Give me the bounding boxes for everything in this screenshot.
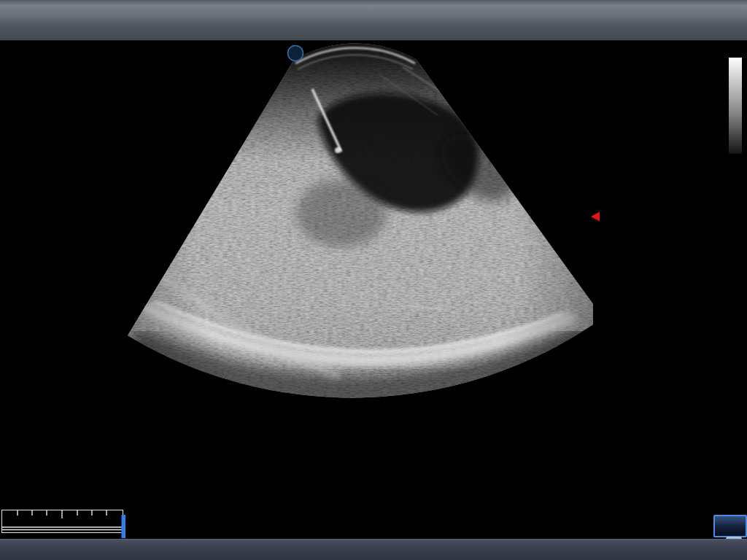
cine-frame-numbers <box>0 497 131 510</box>
focus-marker-icon <box>591 212 600 222</box>
bottom-status-bar <box>0 539 747 560</box>
title-bar <box>0 0 747 41</box>
cine-gauge-ticks <box>18 510 107 518</box>
cine-progress-gauge[interactable] <box>1 509 128 541</box>
mode-label <box>9 43 112 62</box>
b-mode-fan-image <box>120 36 602 408</box>
param-row-gain <box>9 96 112 112</box>
cine-position-slider[interactable] <box>122 515 126 538</box>
param-row-dynamic-range <box>9 79 112 96</box>
param-row-depth <box>9 146 112 163</box>
image-params-panel <box>9 43 112 163</box>
cine-button[interactable] <box>713 515 747 537</box>
param-row-frame-rate <box>9 62 112 79</box>
ultrasound-image-area <box>0 0 747 560</box>
orientation-marker <box>288 46 303 61</box>
ultrasound-screen <box>0 0 747 560</box>
grayscale-bar <box>729 58 742 154</box>
param-row-frequency <box>9 129 112 146</box>
param-row-power <box>9 112 112 129</box>
